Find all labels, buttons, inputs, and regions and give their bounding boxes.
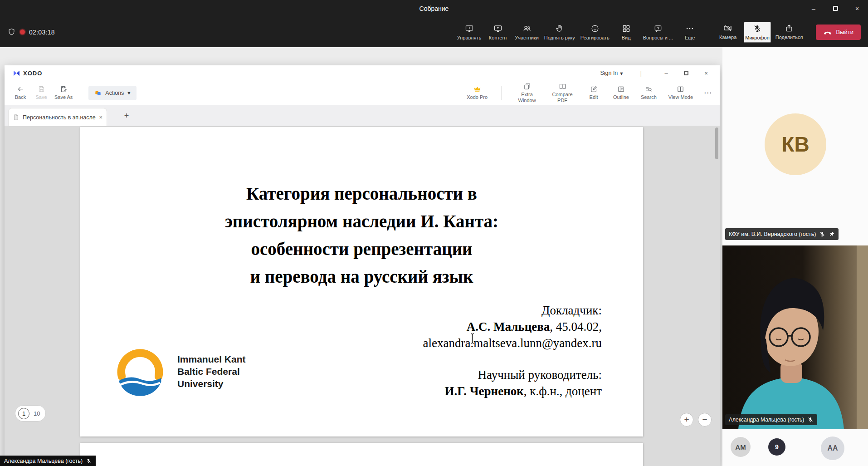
leave-button[interactable]: Выйти	[816, 25, 861, 40]
new-tab-button[interactable]: +	[121, 110, 132, 122]
window-controls: – ×	[803, 0, 868, 17]
university-logo: Immanuel Kant Baltic Federal University	[114, 345, 246, 397]
titlebar-divider: |	[640, 70, 642, 77]
react-button[interactable]: Реагировать	[580, 22, 610, 42]
xodo-toolbar: Back Save Save As Actions ▾	[5, 81, 720, 105]
tab-close-icon[interactable]: ×	[99, 114, 102, 121]
compare-pdf-button[interactable]: Compare PDF	[548, 82, 577, 104]
camera-off-icon	[723, 24, 732, 33]
shield-icon	[7, 28, 16, 36]
sign-in-button[interactable]: Sign In ▾	[600, 70, 623, 77]
vertical-scrollbar[interactable]	[715, 126, 718, 466]
minimize-icon: –	[664, 70, 668, 77]
people-icon	[522, 24, 532, 33]
participant-avatar-kv[interactable]: КВ	[765, 113, 826, 175]
recording-dot-icon	[20, 29, 25, 34]
leave-label: Выйти	[836, 29, 854, 35]
slide-page-2	[80, 443, 643, 466]
edit-pencil-icon	[590, 85, 598, 93]
xodo-more-button[interactable]: ⋯	[702, 88, 713, 98]
scrollbar-thumb[interactable]	[715, 128, 718, 159]
manage-button[interactable]: Управлять	[456, 22, 482, 42]
more-button[interactable]: Еще	[678, 22, 702, 42]
pin-icon	[829, 231, 835, 237]
restore-icon	[684, 71, 688, 75]
camera-button[interactable]: Камера	[716, 22, 740, 42]
xodo-toolbar-right: Xodo Pro Extra Window Compare PDF Edit	[464, 82, 713, 104]
meeting-controls: Управлять Контент Участники Поднять руку…	[456, 22, 702, 42]
view-mode-button[interactable]: View Mode	[666, 84, 696, 101]
document-area: Категория персональности в эпистолярном …	[5, 126, 720, 466]
actions-button[interactable]: Actions ▾	[88, 86, 136, 100]
questions-button[interactable]: Вопросы и ...	[642, 22, 674, 42]
chevron-down-icon: ▾	[127, 89, 130, 96]
manage-icon	[465, 24, 474, 33]
actions-icon	[94, 89, 102, 97]
participant-avatar-aa[interactable]: АА	[821, 437, 844, 460]
share-icon	[785, 24, 794, 33]
webcam-feed-placeholder	[722, 245, 868, 429]
xodo-restore-button[interactable]	[676, 65, 696, 81]
participant-video-tile[interactable]: Александра Мальцева (гость)	[722, 245, 868, 429]
search-icon	[645, 85, 653, 93]
share-button[interactable]: Поделиться	[775, 22, 804, 42]
xodo-logo: XODO	[13, 69, 42, 77]
zoom-out-button[interactable]: −	[698, 413, 712, 427]
document-tab[interactable]: Персональность в эп.насле... ×	[8, 108, 107, 126]
toolbar-divider	[80, 86, 80, 100]
meeting-stage: XODO Sign In ▾ | – × Back	[0, 47, 868, 466]
restore-icon	[833, 6, 838, 11]
content-button[interactable]: Контент	[486, 22, 510, 42]
minimize-button[interactable]: –	[803, 0, 824, 17]
mic-off-icon	[807, 417, 814, 423]
meeting-timer: 02:03:18	[29, 29, 55, 36]
page-indicator[interactable]: 1 10	[15, 405, 46, 422]
save-as-button[interactable]: Save As	[52, 84, 75, 101]
outline-panel-icon	[617, 85, 625, 93]
close-icon: ×	[855, 5, 859, 12]
microphone-button[interactable]: Микрофон	[744, 22, 771, 43]
university-name: Immanuel Kant Baltic Federal University	[177, 353, 246, 390]
mic-off-icon	[819, 231, 825, 237]
back-button[interactable]: Back	[10, 84, 31, 101]
close-icon: ×	[704, 70, 708, 77]
document-icon	[13, 114, 20, 121]
hand-icon	[555, 24, 564, 33]
xodo-brand-icon	[13, 69, 20, 77]
speaker-email: alexandra.maltseva.lunn@yandex.ru	[423, 335, 602, 351]
kant-logo-icon	[114, 345, 166, 397]
meeting-window: Собрание – × 02:03:18 Управлять Контент	[0, 0, 868, 466]
zoom-in-button[interactable]: +	[680, 413, 693, 427]
save-as-icon	[60, 85, 68, 93]
mouse-cursor	[469, 333, 475, 346]
restore-button[interactable]	[824, 0, 846, 17]
presenter-badge: Александра Мальцева (гость)	[0, 456, 96, 466]
close-button[interactable]: ×	[846, 0, 868, 17]
save-icon	[38, 85, 45, 93]
xodo-window-controls: – ×	[656, 65, 716, 81]
participants-button[interactable]: Участники	[514, 22, 540, 42]
minimize-icon: –	[812, 5, 815, 12]
xodo-pro-button[interactable]: Xodo Pro	[464, 84, 490, 101]
mic-off-icon	[753, 24, 762, 33]
raise-hand-button[interactable]: Поднять руку	[543, 22, 576, 42]
extra-window-button[interactable]: Extra Window	[512, 82, 541, 104]
save-button[interactable]: Save	[31, 84, 52, 101]
device-controls: Камера Микрофон Поделиться	[716, 22, 804, 43]
ellipsis-icon	[685, 24, 694, 33]
chat-question-icon	[653, 24, 663, 33]
xodo-window: XODO Sign In ▾ | – × Back	[5, 65, 720, 466]
meeting-titlebar: Собрание – ×	[0, 0, 868, 17]
xodo-titlebar: XODO Sign In ▾ | – ×	[5, 65, 720, 81]
edit-button[interactable]: Edit	[583, 84, 604, 101]
participant-avatar-am[interactable]: АМ	[731, 437, 751, 457]
crown-icon	[473, 85, 481, 93]
outline-button[interactable]: Outline	[610, 84, 632, 101]
slide-speaker-block: Докладчик: А.С. Мальцева, 45.04.02, alex…	[423, 302, 602, 399]
search-button[interactable]: Search	[638, 84, 659, 101]
xodo-minimize-button[interactable]: –	[656, 65, 676, 81]
slide-page-1: Категория персональности в эпистолярном …	[80, 127, 643, 437]
participant-overflow-count[interactable]: 9	[768, 438, 785, 456]
xodo-close-button[interactable]: ×	[696, 65, 716, 81]
view-button[interactable]: Вид	[614, 22, 639, 42]
